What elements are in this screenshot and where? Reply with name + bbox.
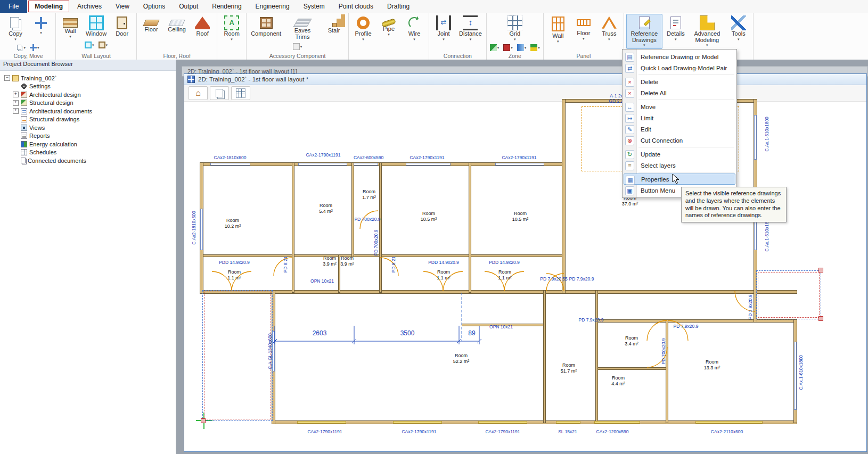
copy-button[interactable]: Copy▾ xyxy=(3,14,28,43)
wall-button[interactable]: Wall▾ xyxy=(546,14,570,45)
menu-options[interactable]: Options xyxy=(136,0,172,13)
menu-item-move[interactable]: ↔Move xyxy=(623,101,736,112)
menu-point-clouds[interactable]: Point clouds xyxy=(332,0,380,13)
tree-item-structural-design[interactable]: +Structural design xyxy=(1,99,175,108)
move-options-button[interactable]: ▾ xyxy=(29,43,40,52)
wall-button[interactable]: Wall▾ xyxy=(58,14,83,40)
component-button[interactable]: Component xyxy=(249,14,283,39)
ribbon-group-label: Wall Layout xyxy=(56,53,136,59)
drawing-window-titlebar[interactable]: 2D: Training_002` - 1st floor wall layou… xyxy=(184,74,866,85)
tree-item-architectural-documents[interactable]: +Architectural documents xyxy=(1,107,175,115)
details-button[interactable]: Details▾ xyxy=(664,14,688,43)
profile-button[interactable]: Profile▾ xyxy=(351,14,375,43)
door-icon xyxy=(117,16,127,29)
menu-item-select-layers[interactable]: ≡Select layers xyxy=(623,160,736,171)
roof-button[interactable]: Roof xyxy=(190,14,215,39)
zone-d-button[interactable]: ▾ xyxy=(529,43,541,52)
door-button[interactable]: Door xyxy=(110,14,134,39)
button-label: Grid xyxy=(509,31,520,37)
menu-modeling[interactable]: Modeling xyxy=(28,1,69,12)
move-item-icon: ↔ xyxy=(625,103,634,112)
tree-item-energy-calculation[interactable]: Energy calculation xyxy=(1,140,175,148)
menu-view[interactable]: View xyxy=(109,0,136,13)
grid-icon xyxy=(236,88,245,98)
struct-drawings-icon xyxy=(21,116,27,122)
menu-item-label: Cut Connection xyxy=(641,137,683,144)
expander-icon[interactable]: − xyxy=(4,75,10,81)
room-button[interactable]: Room▾ xyxy=(219,14,244,43)
zone-b-button[interactable]: ▾ xyxy=(502,43,514,52)
menu-item-label: Edit xyxy=(641,126,651,133)
menu-item-cut-connection[interactable]: ⊗Cut Connection xyxy=(623,135,736,146)
reference-drawings-button[interactable]: Reference Drawings▾ xyxy=(626,14,662,49)
expander-icon[interactable]: + xyxy=(13,108,19,114)
distance-button[interactable]: Distance▾ xyxy=(457,14,484,43)
ribbon-button-row: Joint▾Distance▾ xyxy=(431,14,484,43)
ceiling-button[interactable]: Ceiling xyxy=(165,14,189,35)
button-label: Wall xyxy=(552,33,563,39)
expander-icon[interactable]: + xyxy=(13,92,19,97)
tree-item-schedules[interactable]: Schedules xyxy=(1,148,175,157)
truss-button[interactable]: Truss▾ xyxy=(597,14,621,43)
floor-button[interactable]: Floor▾ xyxy=(571,14,596,42)
menu-system[interactable]: System xyxy=(297,0,332,13)
copy-options-button[interactable]: ▾ xyxy=(16,43,27,52)
tree-item-structural-drawings[interactable]: Structural drawings xyxy=(1,115,175,124)
component-icon xyxy=(260,17,273,29)
menu-engineering[interactable]: Engineering xyxy=(249,0,297,13)
tree-item-architectural-design[interactable]: +Architectural design xyxy=(1,90,175,99)
menu-item-update[interactable]: ↻Update xyxy=(623,148,736,160)
grid-button[interactable]: Grid▾ xyxy=(503,14,527,43)
menu-item-reference-drawing-or-model[interactable]: ▤Reference Drawing or Model xyxy=(623,51,736,62)
tree-spacer xyxy=(13,158,19,163)
dropdown-arrow-icon: ▾ xyxy=(643,43,645,47)
wire-button[interactable]: Wire▾ xyxy=(402,14,427,43)
menu-output[interactable]: Output xyxy=(172,0,205,13)
window-arrange-button[interactable] xyxy=(210,86,229,100)
accessory-more-button[interactable]: ▾ xyxy=(292,42,304,51)
ribbon-group-connection: Joint▾Distance▾Connection xyxy=(429,13,487,60)
tree-item-training-002[interactable]: −Training_002` xyxy=(1,74,175,82)
tools-button[interactable]: Tools▾ xyxy=(726,14,751,43)
tree-item-connected-documents[interactable]: Connected documents xyxy=(1,156,175,165)
menu-drafting[interactable]: Drafting xyxy=(380,0,416,13)
pipe-button[interactable]: Pipe▾ xyxy=(376,14,401,38)
window-options-button[interactable]: ▾ xyxy=(84,40,95,49)
ribbon-group-item: Profile▾Pipe▾Wire▾ xyxy=(349,13,429,60)
tree-item-reports[interactable]: Reports xyxy=(1,132,175,141)
ribbon-group-item: Room▾ xyxy=(217,13,247,60)
tree-item-views[interactable]: Views xyxy=(1,123,175,132)
tree-spacer xyxy=(13,133,19,139)
advanced-modeling-button[interactable]: Advanced Modeling▾ xyxy=(689,14,725,49)
grid-view-button[interactable] xyxy=(231,86,250,100)
menu-archives[interactable]: Archives xyxy=(70,0,109,13)
menu-item-delete-all[interactable]: ×Delete All xyxy=(623,87,736,98)
tree-item-label: Connected documents xyxy=(28,158,86,164)
menu-file[interactable]: File xyxy=(0,0,27,13)
views-icon xyxy=(21,125,27,131)
zone-c-button[interactable]: ▾ xyxy=(516,43,528,52)
menu-item-quick-load-drawing-model-pair[interactable]: ⇄Quick Load Drawing-Model Pair xyxy=(623,62,736,73)
home-view-button[interactable]: ⌂ xyxy=(189,86,208,100)
delete-all-icon: × xyxy=(625,89,634,98)
ribbon-group-accessory-component: ComponentEaves TrimsStair▾Accessory Comp… xyxy=(247,13,349,60)
stair-button[interactable]: Stair xyxy=(322,14,346,36)
button-label: Details xyxy=(667,31,685,37)
ribbon-small-row: ▾▾ xyxy=(16,43,40,52)
floor-button[interactable]: Floor xyxy=(139,14,163,35)
roof-icon xyxy=(195,15,210,30)
zone-a-button[interactable]: ▾ xyxy=(489,43,501,52)
tree-item-settings[interactable]: Settings xyxy=(1,82,175,91)
door-options-button[interactable]: ▾ xyxy=(97,40,109,49)
menu-rendering[interactable]: Rendering xyxy=(205,0,248,13)
menu-item-delete[interactable]: ×Delete xyxy=(623,76,736,87)
eaves-trims-button[interactable]: Eaves Trims xyxy=(284,14,321,42)
menu-item-limit[interactable]: ↦Limit xyxy=(623,112,736,123)
joint-button[interactable]: Joint▾ xyxy=(431,14,456,43)
window-button[interactable]: Window xyxy=(84,14,109,39)
tree-item-label: Architectural documents xyxy=(29,108,92,114)
tree-item-label: Reports xyxy=(29,133,50,139)
expander-icon[interactable]: + xyxy=(13,100,19,106)
item-button[interactable]: ▾ xyxy=(29,14,53,37)
menu-item-edit[interactable]: ✎Edit xyxy=(623,123,736,135)
